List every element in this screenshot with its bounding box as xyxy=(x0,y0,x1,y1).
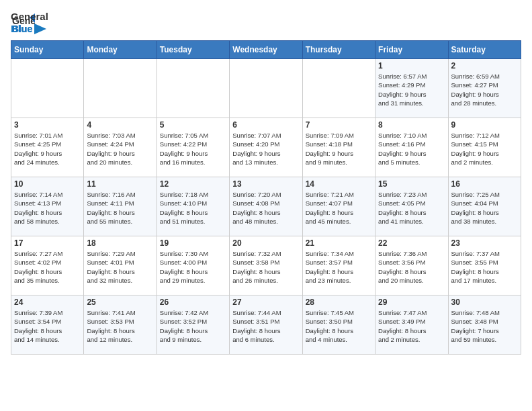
calendar-cell: 20Sunrise: 7:32 AM Sunset: 3:58 PM Dayli… xyxy=(230,236,302,295)
day-number: 12 xyxy=(160,179,226,189)
calendar-cell: 30Sunrise: 7:48 AM Sunset: 3:48 PM Dayli… xyxy=(448,295,521,355)
day-number: 16 xyxy=(451,179,518,189)
day-number: 22 xyxy=(378,238,445,248)
calendar-cell: 17Sunrise: 7:27 AM Sunset: 4:02 PM Dayli… xyxy=(11,236,84,295)
calendar-week-row: 1Sunrise: 6:57 AM Sunset: 4:29 PM Daylig… xyxy=(11,59,521,118)
calendar-cell: 24Sunrise: 7:39 AM Sunset: 3:54 PM Dayli… xyxy=(11,295,84,355)
calendar-cell: 19Sunrise: 7:30 AM Sunset: 4:00 PM Dayli… xyxy=(157,236,229,295)
weekday-header-saturday: Saturday xyxy=(448,41,521,59)
day-info: Sunrise: 7:45 AM Sunset: 3:50 PM Dayligh… xyxy=(306,308,372,344)
day-info: Sunrise: 7:27 AM Sunset: 4:02 PM Dayligh… xyxy=(14,249,81,285)
day-number: 20 xyxy=(232,238,299,248)
logo: General Blue General Blue xyxy=(11,11,48,35)
calendar-cell: 18Sunrise: 7:29 AM Sunset: 4:01 PM Dayli… xyxy=(84,236,157,295)
day-number: 23 xyxy=(451,238,518,248)
calendar-cell: 7Sunrise: 7:09 AM Sunset: 4:18 PM Daylig… xyxy=(302,118,375,177)
calendar-week-row: 10Sunrise: 7:14 AM Sunset: 4:13 PM Dayli… xyxy=(11,177,521,236)
weekday-header-monday: Monday xyxy=(84,41,157,59)
day-info: Sunrise: 7:44 AM Sunset: 3:51 PM Dayligh… xyxy=(232,308,299,344)
day-info: Sunrise: 7:30 AM Sunset: 4:00 PM Dayligh… xyxy=(160,249,226,285)
logo-general: General xyxy=(11,11,48,23)
calendar-cell: 15Sunrise: 7:23 AM Sunset: 4:05 PM Dayli… xyxy=(375,177,448,236)
day-number: 21 xyxy=(306,238,372,248)
calendar-cell: 29Sunrise: 7:47 AM Sunset: 3:49 PM Dayli… xyxy=(375,295,448,355)
calendar-cell: 28Sunrise: 7:45 AM Sunset: 3:50 PM Dayli… xyxy=(302,295,375,355)
day-info: Sunrise: 7:14 AM Sunset: 4:13 PM Dayligh… xyxy=(14,190,81,226)
calendar-cell xyxy=(157,59,229,118)
day-number: 27 xyxy=(232,298,299,307)
day-info: Sunrise: 7:42 AM Sunset: 3:52 PM Dayligh… xyxy=(160,308,226,344)
day-number: 8 xyxy=(378,120,445,130)
day-number: 18 xyxy=(87,238,153,248)
calendar-cell: 25Sunrise: 7:41 AM Sunset: 3:53 PM Dayli… xyxy=(84,295,157,355)
day-number: 13 xyxy=(232,179,299,189)
calendar-cell: 8Sunrise: 7:10 AM Sunset: 4:16 PM Daylig… xyxy=(375,118,448,177)
calendar-cell: 14Sunrise: 7:21 AM Sunset: 4:07 PM Dayli… xyxy=(302,177,375,236)
day-number: 30 xyxy=(451,298,518,307)
day-info: Sunrise: 7:03 AM Sunset: 4:24 PM Dayligh… xyxy=(87,131,153,167)
day-number: 24 xyxy=(14,298,81,307)
calendar-cell: 26Sunrise: 7:42 AM Sunset: 3:52 PM Dayli… xyxy=(157,295,229,355)
day-info: Sunrise: 6:59 AM Sunset: 4:27 PM Dayligh… xyxy=(451,72,518,107)
day-info: Sunrise: 7:41 AM Sunset: 3:53 PM Dayligh… xyxy=(87,308,153,344)
day-number: 7 xyxy=(306,120,372,130)
day-number: 26 xyxy=(160,298,226,307)
day-info: Sunrise: 7:05 AM Sunset: 4:22 PM Dayligh… xyxy=(160,131,226,167)
day-info: Sunrise: 7:37 AM Sunset: 3:55 PM Dayligh… xyxy=(451,249,518,285)
calendar-cell: 11Sunrise: 7:16 AM Sunset: 4:11 PM Dayli… xyxy=(84,177,157,236)
weekday-header-friday: Friday xyxy=(375,41,448,59)
day-info: Sunrise: 7:39 AM Sunset: 3:54 PM Dayligh… xyxy=(14,308,81,344)
day-info: Sunrise: 7:32 AM Sunset: 3:58 PM Dayligh… xyxy=(232,249,299,285)
day-info: Sunrise: 7:16 AM Sunset: 4:11 PM Dayligh… xyxy=(87,190,153,226)
page-header: General Blue General Blue xyxy=(11,11,521,35)
calendar-week-row: 3Sunrise: 7:01 AM Sunset: 4:25 PM Daylig… xyxy=(11,118,521,177)
day-number: 17 xyxy=(14,238,81,248)
calendar-cell: 27Sunrise: 7:44 AM Sunset: 3:51 PM Dayli… xyxy=(230,295,302,355)
calendar-cell: 21Sunrise: 7:34 AM Sunset: 3:57 PM Dayli… xyxy=(302,236,375,295)
day-info: Sunrise: 7:21 AM Sunset: 4:07 PM Dayligh… xyxy=(306,190,372,226)
weekday-header-thursday: Thursday xyxy=(302,41,375,59)
day-number: 25 xyxy=(87,298,153,307)
day-number: 28 xyxy=(306,298,372,307)
day-number: 9 xyxy=(451,120,518,130)
day-info: Sunrise: 7:18 AM Sunset: 4:10 PM Dayligh… xyxy=(160,190,226,226)
day-number: 6 xyxy=(232,120,299,130)
day-info: Sunrise: 7:48 AM Sunset: 3:48 PM Dayligh… xyxy=(451,308,518,344)
weekday-header-wednesday: Wednesday xyxy=(230,41,302,59)
day-number: 3 xyxy=(14,120,81,130)
weekday-header-sunday: Sunday xyxy=(11,41,84,59)
day-number: 4 xyxy=(87,120,153,130)
weekday-header-row: SundayMondayTuesdayWednesdayThursdayFrid… xyxy=(11,41,521,59)
day-info: Sunrise: 7:07 AM Sunset: 4:20 PM Dayligh… xyxy=(232,131,299,167)
calendar-cell xyxy=(84,59,157,118)
day-number: 29 xyxy=(378,298,445,307)
calendar-table: SundayMondayTuesdayWednesdayThursdayFrid… xyxy=(11,40,521,355)
calendar-week-row: 17Sunrise: 7:27 AM Sunset: 4:02 PM Dayli… xyxy=(11,236,521,295)
weekday-header-tuesday: Tuesday xyxy=(157,41,229,59)
day-info: Sunrise: 7:12 AM Sunset: 4:15 PM Dayligh… xyxy=(451,131,518,167)
day-number: 5 xyxy=(160,120,226,130)
day-info: Sunrise: 7:10 AM Sunset: 4:16 PM Dayligh… xyxy=(378,131,445,167)
calendar-cell: 16Sunrise: 7:25 AM Sunset: 4:04 PM Dayli… xyxy=(448,177,521,236)
day-info: Sunrise: 7:47 AM Sunset: 3:49 PM Dayligh… xyxy=(378,308,445,344)
day-number: 19 xyxy=(160,238,226,248)
calendar-cell: 23Sunrise: 7:37 AM Sunset: 3:55 PM Dayli… xyxy=(448,236,521,295)
calendar-cell xyxy=(230,59,302,118)
day-number: 14 xyxy=(306,179,372,189)
day-info: Sunrise: 7:01 AM Sunset: 4:25 PM Dayligh… xyxy=(14,131,81,167)
day-info: Sunrise: 7:29 AM Sunset: 4:01 PM Dayligh… xyxy=(87,249,153,285)
day-number: 15 xyxy=(378,179,445,189)
calendar-cell xyxy=(11,59,84,118)
logo-blue: Blue xyxy=(11,23,33,35)
day-info: Sunrise: 7:25 AM Sunset: 4:04 PM Dayligh… xyxy=(451,190,518,226)
svg-marker-3 xyxy=(34,24,46,34)
calendar-cell: 1Sunrise: 6:57 AM Sunset: 4:29 PM Daylig… xyxy=(375,59,448,118)
day-number: 11 xyxy=(87,179,153,189)
day-info: Sunrise: 7:20 AM Sunset: 4:08 PM Dayligh… xyxy=(232,190,299,226)
calendar-cell: 9Sunrise: 7:12 AM Sunset: 4:15 PM Daylig… xyxy=(448,118,521,177)
day-number: 1 xyxy=(378,61,445,71)
calendar-cell: 2Sunrise: 6:59 AM Sunset: 4:27 PM Daylig… xyxy=(448,59,521,118)
day-info: Sunrise: 7:36 AM Sunset: 3:56 PM Dayligh… xyxy=(378,249,445,285)
day-info: Sunrise: 6:57 AM Sunset: 4:29 PM Dayligh… xyxy=(378,72,445,107)
calendar-cell: 6Sunrise: 7:07 AM Sunset: 4:20 PM Daylig… xyxy=(230,118,302,177)
